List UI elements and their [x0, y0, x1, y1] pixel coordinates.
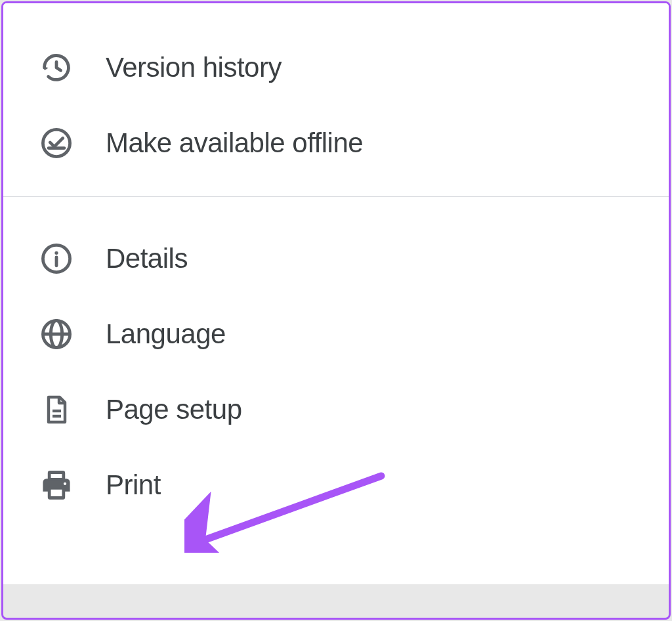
- menu-item-label: Details: [106, 243, 188, 274]
- menu-divider: [3, 196, 669, 197]
- svg-rect-10: [49, 488, 64, 498]
- menu-item-page-setup[interactable]: Page setup: [3, 372, 669, 447]
- page-icon: [39, 392, 74, 427]
- menu-item-language[interactable]: Language: [3, 296, 669, 372]
- info-icon: [39, 241, 74, 276]
- svg-point-11: [64, 482, 66, 484]
- offline-icon: [39, 125, 74, 161]
- svg-rect-9: [49, 472, 64, 479]
- globe-icon: [39, 316, 74, 352]
- menu-item-label: Language: [106, 318, 226, 350]
- screenshot-frame: Version history Make available offline: [1, 1, 671, 620]
- history-icon: [39, 50, 74, 85]
- menu-item-label: Page setup: [106, 394, 242, 425]
- menu-item-label: Make available offline: [106, 127, 363, 159]
- menu-item-details[interactable]: Details: [3, 221, 669, 296]
- svg-point-2: [54, 251, 58, 254]
- file-menu-panel: Version history Make available offline: [3, 3, 669, 584]
- print-icon: [39, 467, 74, 503]
- menu-item-version-history[interactable]: Version history: [3, 30, 669, 105]
- menu-item-label: Version history: [106, 52, 282, 83]
- menu-item-print[interactable]: Print: [3, 447, 669, 523]
- menu-item-make-available-offline[interactable]: Make available offline: [3, 105, 669, 181]
- menu-item-label: Print: [106, 469, 161, 501]
